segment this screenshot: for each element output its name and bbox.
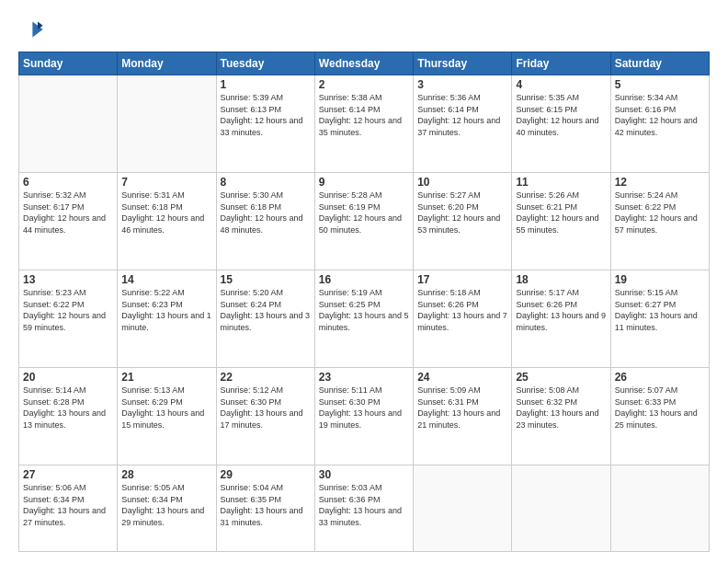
day-number: 29 — [221, 468, 311, 481]
day-info: Sunrise: 5:28 AM Sunset: 6:19 PM Dayligh… — [319, 190, 409, 236]
calendar-cell: 29Sunrise: 5:04 AM Sunset: 6:35 PM Dayli… — [216, 465, 314, 552]
calendar-cell: 16Sunrise: 5:19 AM Sunset: 6:25 PM Dayli… — [314, 270, 413, 368]
weekday-header-saturday: Saturday — [610, 52, 709, 75]
calendar-cell: 22Sunrise: 5:12 AM Sunset: 6:30 PM Dayli… — [216, 368, 314, 465]
day-info: Sunrise: 5:27 AM Sunset: 6:20 PM Dayligh… — [417, 190, 507, 236]
day-number: 28 — [121, 468, 211, 481]
day-number: 4 — [516, 78, 606, 91]
day-number: 24 — [417, 371, 507, 384]
day-info: Sunrise: 5:07 AM Sunset: 6:33 PM Dayligh… — [615, 385, 705, 431]
calendar-cell — [414, 465, 512, 552]
day-number: 16 — [319, 273, 409, 286]
day-info: Sunrise: 5:38 AM Sunset: 6:14 PM Dayligh… — [319, 92, 409, 138]
day-info: Sunrise: 5:36 AM Sunset: 6:14 PM Dayligh… — [417, 92, 507, 138]
calendar-table: SundayMondayTuesdayWednesdayThursdayFrid… — [18, 52, 710, 552]
day-number: 23 — [319, 371, 409, 384]
calendar-cell: 4Sunrise: 5:35 AM Sunset: 6:15 PM Daylig… — [512, 75, 610, 173]
calendar-cell: 10Sunrise: 5:27 AM Sunset: 6:20 PM Dayli… — [414, 173, 512, 270]
calendar-cell: 3Sunrise: 5:36 AM Sunset: 6:14 PM Daylig… — [414, 75, 512, 173]
day-number: 14 — [121, 273, 211, 286]
weekday-header-wednesday: Wednesday — [314, 52, 413, 75]
calendar-cell: 28Sunrise: 5:05 AM Sunset: 6:34 PM Dayli… — [118, 465, 216, 552]
day-number: 15 — [221, 273, 311, 286]
calendar-cell: 26Sunrise: 5:07 AM Sunset: 6:33 PM Dayli… — [610, 368, 709, 465]
calendar-cell: 7Sunrise: 5:31 AM Sunset: 6:18 PM Daylig… — [118, 173, 216, 270]
day-info: Sunrise: 5:31 AM Sunset: 6:18 PM Dayligh… — [121, 190, 211, 236]
day-info: Sunrise: 5:22 AM Sunset: 6:23 PM Dayligh… — [121, 287, 211, 333]
day-info: Sunrise: 5:13 AM Sunset: 6:29 PM Dayligh… — [121, 385, 211, 431]
calendar-cell: 30Sunrise: 5:03 AM Sunset: 6:36 PM Dayli… — [314, 465, 413, 552]
day-number: 7 — [121, 176, 211, 189]
day-number: 6 — [23, 176, 113, 189]
day-info: Sunrise: 5:20 AM Sunset: 6:24 PM Dayligh… — [221, 287, 311, 333]
calendar-cell — [118, 75, 216, 173]
day-number: 30 — [319, 468, 409, 481]
day-number: 13 — [23, 273, 113, 286]
day-info: Sunrise: 5:15 AM Sunset: 6:27 PM Dayligh… — [615, 287, 705, 333]
calendar-cell: 20Sunrise: 5:14 AM Sunset: 6:28 PM Dayli… — [19, 368, 118, 465]
calendar-week-row: 20Sunrise: 5:14 AM Sunset: 6:28 PM Dayli… — [19, 368, 710, 465]
calendar-cell: 11Sunrise: 5:26 AM Sunset: 6:21 PM Dayli… — [512, 173, 610, 270]
calendar-cell: 1Sunrise: 5:39 AM Sunset: 6:13 PM Daylig… — [216, 75, 314, 173]
calendar-cell: 12Sunrise: 5:24 AM Sunset: 6:22 PM Dayli… — [610, 173, 709, 270]
day-info: Sunrise: 5:14 AM Sunset: 6:28 PM Dayligh… — [23, 385, 113, 431]
calendar-cell: 2Sunrise: 5:38 AM Sunset: 6:14 PM Daylig… — [314, 75, 413, 173]
header — [18, 17, 710, 42]
day-info: Sunrise: 5:30 AM Sunset: 6:18 PM Dayligh… — [221, 190, 311, 236]
day-info: Sunrise: 5:11 AM Sunset: 6:30 PM Dayligh… — [319, 385, 409, 431]
calendar-cell: 13Sunrise: 5:23 AM Sunset: 6:22 PM Dayli… — [19, 270, 118, 368]
day-info: Sunrise: 5:17 AM Sunset: 6:26 PM Dayligh… — [516, 287, 606, 333]
calendar-week-row: 13Sunrise: 5:23 AM Sunset: 6:22 PM Dayli… — [19, 270, 710, 368]
day-info: Sunrise: 5:08 AM Sunset: 6:32 PM Dayligh… — [516, 385, 606, 431]
day-number: 10 — [417, 176, 507, 189]
day-info: Sunrise: 5:26 AM Sunset: 6:21 PM Dayligh… — [516, 190, 606, 236]
page: SundayMondayTuesdayWednesdayThursdayFrid… — [0, 0, 728, 563]
day-number: 19 — [615, 273, 705, 286]
weekday-header-row: SundayMondayTuesdayWednesdayThursdayFrid… — [19, 52, 710, 75]
logo-icon — [18, 17, 44, 42]
day-info: Sunrise: 5:12 AM Sunset: 6:30 PM Dayligh… — [221, 385, 311, 431]
day-info: Sunrise: 5:09 AM Sunset: 6:31 PM Dayligh… — [417, 385, 507, 431]
calendar-cell: 8Sunrise: 5:30 AM Sunset: 6:18 PM Daylig… — [216, 173, 314, 270]
calendar-cell — [610, 465, 709, 552]
weekday-header-monday: Monday — [118, 52, 216, 75]
day-number: 2 — [319, 78, 409, 91]
day-number: 12 — [615, 176, 705, 189]
day-info: Sunrise: 5:06 AM Sunset: 6:34 PM Dayligh… — [23, 482, 113, 528]
day-number: 17 — [417, 273, 507, 286]
day-number: 1 — [221, 78, 311, 91]
day-info: Sunrise: 5:23 AM Sunset: 6:22 PM Dayligh… — [23, 287, 113, 333]
calendar-week-row: 1Sunrise: 5:39 AM Sunset: 6:13 PM Daylig… — [19, 75, 710, 173]
calendar-cell: 18Sunrise: 5:17 AM Sunset: 6:26 PM Dayli… — [512, 270, 610, 368]
calendar-cell: 9Sunrise: 5:28 AM Sunset: 6:19 PM Daylig… — [314, 173, 413, 270]
day-info: Sunrise: 5:35 AM Sunset: 6:15 PM Dayligh… — [516, 92, 606, 138]
calendar-cell: 14Sunrise: 5:22 AM Sunset: 6:23 PM Dayli… — [118, 270, 216, 368]
weekday-header-tuesday: Tuesday — [216, 52, 314, 75]
calendar-cell: 27Sunrise: 5:06 AM Sunset: 6:34 PM Dayli… — [19, 465, 118, 552]
day-info: Sunrise: 5:39 AM Sunset: 6:13 PM Dayligh… — [221, 92, 311, 138]
calendar-week-row: 6Sunrise: 5:32 AM Sunset: 6:17 PM Daylig… — [19, 173, 710, 270]
day-number: 22 — [221, 371, 311, 384]
day-info: Sunrise: 5:04 AM Sunset: 6:35 PM Dayligh… — [221, 482, 311, 528]
calendar-cell: 5Sunrise: 5:34 AM Sunset: 6:16 PM Daylig… — [610, 75, 709, 173]
calendar-cell: 17Sunrise: 5:18 AM Sunset: 6:26 PM Dayli… — [414, 270, 512, 368]
day-number: 21 — [121, 371, 211, 384]
day-info: Sunrise: 5:34 AM Sunset: 6:16 PM Dayligh… — [615, 92, 705, 138]
day-number: 11 — [516, 176, 606, 189]
logo — [18, 17, 48, 42]
day-info: Sunrise: 5:18 AM Sunset: 6:26 PM Dayligh… — [417, 287, 507, 333]
calendar-cell — [19, 75, 118, 173]
weekday-header-sunday: Sunday — [19, 52, 118, 75]
day-info: Sunrise: 5:32 AM Sunset: 6:17 PM Dayligh… — [23, 190, 113, 236]
day-number: 9 — [319, 176, 409, 189]
day-info: Sunrise: 5:24 AM Sunset: 6:22 PM Dayligh… — [615, 190, 705, 236]
calendar-cell: 23Sunrise: 5:11 AM Sunset: 6:30 PM Dayli… — [314, 368, 413, 465]
day-info: Sunrise: 5:05 AM Sunset: 6:34 PM Dayligh… — [121, 482, 211, 528]
day-number: 20 — [23, 371, 113, 384]
day-number: 18 — [516, 273, 606, 286]
day-number: 5 — [615, 78, 705, 91]
calendar-cell: 6Sunrise: 5:32 AM Sunset: 6:17 PM Daylig… — [19, 173, 118, 270]
calendar-cell: 21Sunrise: 5:13 AM Sunset: 6:29 PM Dayli… — [118, 368, 216, 465]
day-number: 25 — [516, 371, 606, 384]
day-number: 27 — [23, 468, 113, 481]
